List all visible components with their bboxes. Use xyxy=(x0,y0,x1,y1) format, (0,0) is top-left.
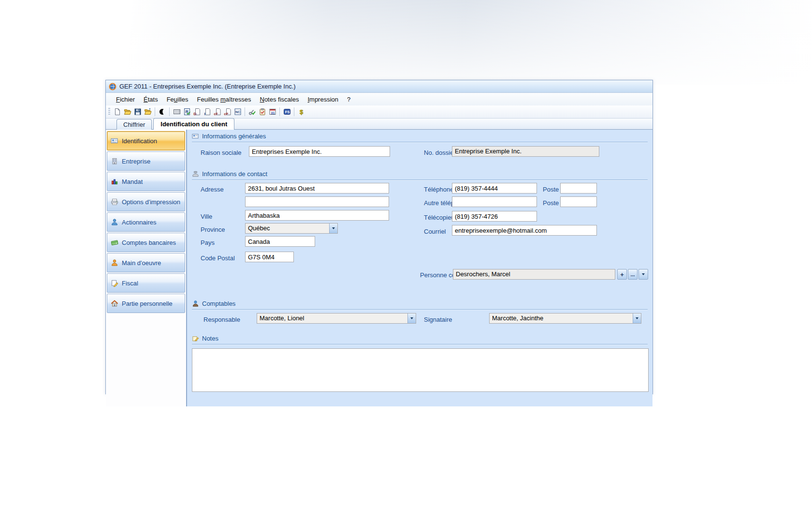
fs-icon[interactable]: FS xyxy=(282,107,292,117)
add-contact-button[interactable]: + xyxy=(617,269,627,280)
building-icon xyxy=(111,157,118,165)
chevron-down-icon[interactable] xyxy=(633,314,641,323)
svg-text:I: I xyxy=(204,112,205,116)
notes-textarea[interactable] xyxy=(192,348,649,392)
raison-sociale-input[interactable] xyxy=(249,146,390,157)
svg-text:R: R xyxy=(185,109,188,114)
section-informations-de-contact: Informations de contact xyxy=(192,170,648,180)
report-check-icon[interactable]: R xyxy=(182,107,192,117)
person-icon xyxy=(192,300,199,307)
autre-telephone-input[interactable] xyxy=(452,196,537,207)
toolbar-separator xyxy=(245,107,245,116)
sidebar: Identification Entreprise Mandat Options… xyxy=(106,130,187,406)
window-title: GEF 2011 - Entreprises Exemple Inc. (Ent… xyxy=(119,83,296,90)
courriel-input[interactable] xyxy=(452,225,597,236)
id-card-icon xyxy=(111,137,118,145)
phone-icon xyxy=(192,170,199,178)
poste-1-input[interactable] xyxy=(560,183,597,194)
code-postal-input[interactable] xyxy=(245,252,294,262)
sidebar-item-main-doeuvre[interactable]: Main d'oeuvre xyxy=(107,253,185,272)
menu-item-fichier[interactable]: Fichier xyxy=(112,94,139,105)
sidebar-item-identification[interactable]: Identification xyxy=(107,131,185,150)
label-signataire: Signataire xyxy=(424,316,452,323)
document-cf-icon[interactable]: cF xyxy=(212,107,222,117)
tab-chiffrier[interactable]: Chiffrier xyxy=(116,119,152,130)
chevron-down-icon[interactable] xyxy=(329,224,337,233)
open-folder-icon[interactable] xyxy=(143,107,153,117)
personne-contact-field[interactable]: Desrochers, Marcel xyxy=(453,269,615,280)
label-raison-sociale: Raison sociale xyxy=(201,149,242,156)
section-notes: Notes xyxy=(192,335,648,344)
person-orange-icon xyxy=(111,259,118,267)
sidebar-item-options-impression[interactable]: Options d'impression xyxy=(107,192,185,211)
new-document-icon[interactable] xyxy=(112,107,122,117)
chevron-down-icon[interactable] xyxy=(407,314,416,323)
tab-strip: Chiffrier Identification du client xyxy=(106,119,652,130)
app-icon xyxy=(109,83,116,90)
responsable-dropdown[interactable]: Marcotte, Lionel xyxy=(257,313,416,324)
save-icon[interactable] xyxy=(132,107,143,117)
sidebar-item-entreprise[interactable]: Entreprise xyxy=(107,151,185,171)
grid-icon[interactable] xyxy=(172,107,182,117)
poste-2-input[interactable] xyxy=(560,196,597,207)
menu-item-impression[interactable]: Impression xyxy=(303,94,343,105)
province-dropdown[interactable]: Québec xyxy=(245,223,338,234)
svg-text:31: 31 xyxy=(271,111,275,115)
document-i-icon[interactable]: I xyxy=(202,107,212,117)
sidebar-item-comptes-bancaires[interactable]: Comptes bancaires xyxy=(107,233,185,252)
sidebar-item-mandat[interactable]: Mandat xyxy=(107,172,185,191)
printer-icon xyxy=(111,198,118,206)
toolbar-grip[interactable] xyxy=(108,108,110,116)
menu-item-notes-fiscales[interactable]: Notes fiscales xyxy=(256,94,304,105)
sidebar-item-partie-personnelle[interactable]: Partie personnelle xyxy=(107,294,185,313)
calendar-icon[interactable]: 31 xyxy=(267,107,277,117)
title-bar: GEF 2011 - Entreprises Exemple Inc. (Ent… xyxy=(106,80,652,93)
dollar-icon[interactable]: $ xyxy=(296,107,306,117)
svg-text:FS: FS xyxy=(285,110,290,114)
label-poste-1: Poste xyxy=(543,186,559,193)
person-blue-icon xyxy=(111,218,118,226)
telephone-input[interactable] xyxy=(452,183,537,194)
signataire-dropdown[interactable]: Marcotte, Jacinthe xyxy=(489,313,641,324)
pays-input[interactable] xyxy=(245,236,315,247)
menu-item-aide[interactable]: ? xyxy=(343,94,355,105)
svg-text:NC: NC xyxy=(235,110,240,114)
label-no-dossier: No. dossier xyxy=(424,149,456,156)
ville-input[interactable] xyxy=(245,210,389,221)
crescent-icon[interactable] xyxy=(157,107,167,117)
house-icon xyxy=(111,299,118,307)
document-nc-icon[interactable]: NC xyxy=(232,107,243,117)
menu-item-feuilles-maitresses[interactable]: Feuilles maîtresses xyxy=(192,94,255,105)
svg-text:cP: cP xyxy=(224,112,228,116)
menu-item-feuilles[interactable]: Feuilles xyxy=(162,94,193,105)
app-window: GEF 2011 - Entreprises Exemple Inc. (Ent… xyxy=(105,80,653,394)
adresse-input[interactable] xyxy=(245,183,389,194)
pencil-document-icon xyxy=(111,279,118,287)
verify-check-icon[interactable] xyxy=(247,107,257,117)
label-pays: Pays xyxy=(201,239,215,246)
no-dossier-field[interactable]: Entreprise Exemple Inc. xyxy=(452,146,599,157)
document-d-icon[interactable]: D xyxy=(192,107,202,117)
label-telephone: Téléphone xyxy=(424,186,453,193)
label-courriel: Courriel xyxy=(424,228,446,235)
tab-identification-du-client[interactable]: Identification du client xyxy=(153,118,234,130)
more-contact-button[interactable]: ... xyxy=(628,269,638,280)
svg-text:cF: cF xyxy=(214,112,218,116)
label-adresse: Adresse xyxy=(201,186,224,193)
open-file-icon[interactable] xyxy=(122,107,132,117)
label-responsable: Responsable xyxy=(203,316,240,323)
document-cp-icon[interactable]: cP xyxy=(222,107,232,117)
sidebar-item-actionnaires[interactable]: Actionnaires xyxy=(107,212,185,232)
toolbar-separator xyxy=(155,107,155,116)
contact-dropdown-button[interactable] xyxy=(638,269,648,280)
bar-chart-icon xyxy=(111,178,118,185)
section-informations-generales: Informations générales xyxy=(192,133,648,142)
label-code-postal: Code Postal xyxy=(201,254,235,262)
toolbar-separator xyxy=(279,107,280,116)
toolbar-separator xyxy=(294,107,294,116)
telecopieur-input[interactable] xyxy=(452,211,537,222)
menu-item-etats[interactable]: États xyxy=(139,94,162,105)
clipboard-icon[interactable] xyxy=(257,107,267,117)
sidebar-item-fiscal[interactable]: Fiscal xyxy=(107,273,185,293)
adresse-ligne2-input[interactable] xyxy=(245,196,389,207)
